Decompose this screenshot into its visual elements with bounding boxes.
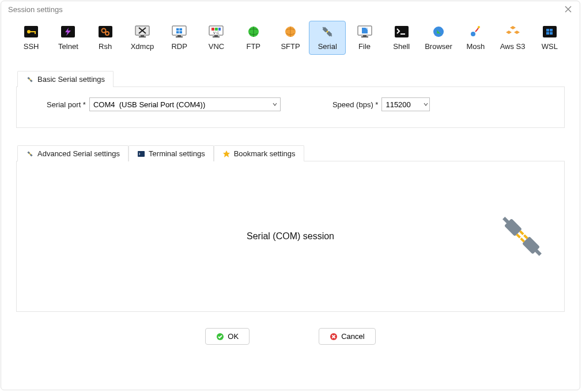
session-type-label: SFTP <box>274 42 307 51</box>
session-type-telnet[interactable]: Telnet <box>50 21 86 55</box>
basic-tabstrip: Basic Serial settings <box>17 71 565 87</box>
close-button[interactable] <box>564 5 573 14</box>
session-type-serial[interactable]: Serial <box>309 21 346 55</box>
svg-point-45 <box>471 32 475 36</box>
window-title: Session settings <box>8 5 63 14</box>
session-type-label: FTP <box>237 42 270 51</box>
svg-rect-53 <box>546 32 549 35</box>
svg-rect-15 <box>139 36 146 37</box>
session-type-awss3[interactable]: Aws S3 <box>494 21 531 55</box>
svg-marker-49 <box>514 31 520 34</box>
svg-rect-21 <box>177 35 181 36</box>
session-type-browser[interactable]: Browser <box>420 21 457 55</box>
svg-rect-52 <box>550 29 553 32</box>
session-type-label: VNC <box>199 42 233 51</box>
session-type-ssh[interactable]: SSH <box>13 21 50 55</box>
cancel-button[interactable]: Cancel <box>319 328 375 345</box>
svg-rect-16 <box>172 26 186 35</box>
session-type-label: Telnet <box>51 42 85 51</box>
svg-marker-48 <box>506 31 512 34</box>
session-type-label: Mosh <box>459 42 492 51</box>
session-type-label: Serial <box>311 42 344 51</box>
advanced-tabstrip: Advanced Serial settings Terminal settin… <box>17 145 565 161</box>
key-icon <box>23 25 39 39</box>
advanced-settings-panel: Advanced Serial settings Terminal settin… <box>16 145 565 312</box>
satellite-icon <box>467 25 483 39</box>
chevron-down-icon[interactable] <box>270 98 280 111</box>
ok-button[interactable]: OK <box>205 328 250 345</box>
svg-line-70 <box>535 250 540 254</box>
svg-marker-62 <box>223 150 230 157</box>
svg-rect-54 <box>550 32 553 35</box>
tab-terminal-settings[interactable]: Terminal settings <box>129 145 214 161</box>
svg-rect-18 <box>180 28 183 31</box>
session-type-ftp[interactable]: FTP <box>235 21 272 55</box>
session-type-label: Rsh <box>89 42 122 51</box>
gears-icon <box>97 25 114 39</box>
lightning-icon <box>60 25 76 39</box>
tab-label: Bookmark settings <box>234 149 296 158</box>
basic-settings-panel: Basic Serial settings Serial port * Spee… <box>16 71 565 128</box>
speed-input[interactable] <box>382 98 422 111</box>
plug-small-icon <box>26 150 34 158</box>
x-monitor-icon <box>134 25 150 39</box>
windows-terminal-icon <box>542 25 558 39</box>
windows-monitor-icon <box>171 25 187 39</box>
session-type-mosh[interactable]: Mosh <box>457 21 494 55</box>
svg-rect-5 <box>35 31 36 34</box>
session-type-rdp[interactable]: RDP <box>161 21 198 55</box>
check-circle-icon <box>216 333 224 341</box>
speed-combo[interactable] <box>381 97 430 111</box>
globe-blue-icon <box>430 25 447 39</box>
globe-orange-icon <box>282 25 298 39</box>
svg-rect-29 <box>213 36 220 37</box>
serial-port-combo[interactable] <box>89 97 281 111</box>
button-label: OK <box>228 332 239 341</box>
session-type-file[interactable]: File <box>346 21 383 55</box>
svg-point-46 <box>478 26 480 28</box>
svg-rect-51 <box>546 29 549 32</box>
plug-small-icon <box>26 76 34 84</box>
advanced-settings-body: Serial (COM) session <box>16 161 565 312</box>
x-circle-icon <box>330 333 338 341</box>
session-type-shell[interactable]: Shell <box>383 21 420 55</box>
svg-line-35 <box>323 27 324 28</box>
svg-rect-42 <box>395 26 409 37</box>
svg-line-69 <box>504 218 508 223</box>
tab-basic-serial-settings[interactable]: Basic Serial settings <box>17 71 114 87</box>
speed-field: Speed (bps) * <box>332 97 430 111</box>
close-icon <box>565 6 572 13</box>
chevron-down-icon[interactable] <box>422 98 429 111</box>
svg-rect-26 <box>218 28 221 31</box>
serial-port-input[interactable] <box>90 98 270 111</box>
serial-port-label: Serial port * <box>47 100 86 109</box>
svg-rect-25 <box>215 28 218 31</box>
session-type-xdmcp[interactable]: Xdmcp <box>124 21 161 55</box>
session-type-sftp[interactable]: SFTP <box>272 21 309 55</box>
svg-rect-22 <box>176 36 183 37</box>
svg-line-36 <box>331 35 332 36</box>
tab-label: Terminal settings <box>149 149 205 158</box>
vnc-monitor-icon: V C <box>208 25 224 39</box>
svg-text:V C: V C <box>213 31 220 35</box>
svg-rect-28 <box>214 35 218 36</box>
session-type-rsh[interactable]: Rsh <box>87 21 124 55</box>
button-label: Cancel <box>341 332 364 341</box>
session-type-label: WSL <box>533 42 566 51</box>
svg-rect-40 <box>363 35 366 36</box>
file-monitor-icon <box>357 25 373 39</box>
session-type-wsl[interactable]: WSL <box>531 21 568 55</box>
session-type-label: Shell <box>385 42 418 51</box>
plug-large-icon <box>496 210 548 262</box>
session-heading: Serial (COM) session <box>247 231 334 242</box>
tab-bookmark-settings[interactable]: Bookmark settings <box>214 145 304 161</box>
svg-marker-47 <box>510 26 516 29</box>
session-type-label: Aws S3 <box>496 42 529 51</box>
tab-advanced-serial-settings[interactable]: Advanced Serial settings <box>17 145 129 161</box>
svg-rect-17 <box>176 28 179 31</box>
session-type-vnc[interactable]: V C VNC <box>198 21 235 55</box>
session-type-label: RDP <box>162 42 196 51</box>
serial-port-field: Serial port * <box>47 97 281 111</box>
svg-rect-50 <box>543 26 557 37</box>
tab-label: Basic Serial settings <box>37 75 105 84</box>
